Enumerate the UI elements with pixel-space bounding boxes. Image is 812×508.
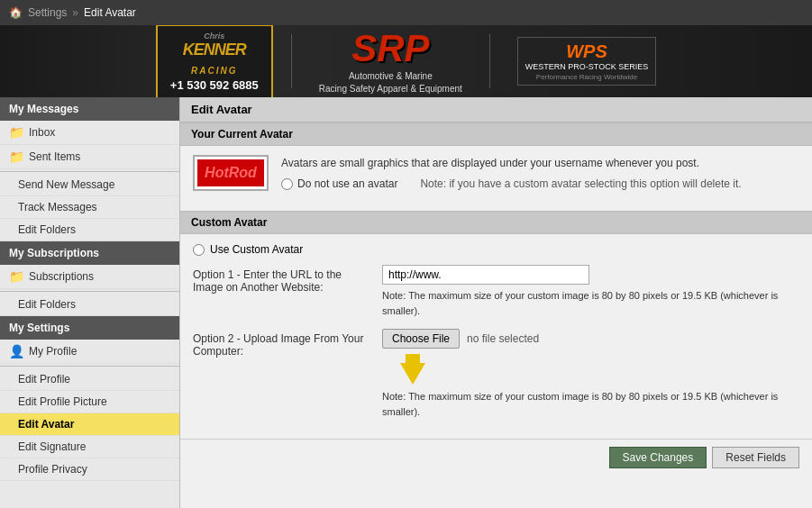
sidebar-item-edit-folders-messages[interactable]: Edit Folders [0, 219, 179, 241]
banner-kenner: Chris KENNERRACING +1 530 592 6885 [156, 25, 273, 97]
sidebar: My Messages 📁 Inbox 📁 Sent Items Send Ne… [0, 97, 180, 508]
main-layout: My Messages 📁 Inbox 📁 Sent Items Send Ne… [0, 97, 812, 508]
no-avatar-option[interactable]: Do not use an avatar Note: if you have a… [281, 176, 742, 193]
option1-label: Option 1 - Enter the URL to the Image on… [193, 265, 373, 294]
sidebar-item-label: Edit Signature [18, 440, 86, 453]
option2-label: Option 2 - Upload Image From Your Comput… [193, 329, 373, 358]
user-icon: 👤 [9, 344, 24, 358]
sidebar-item-send-message[interactable]: Send New Message [0, 174, 179, 196]
use-custom-radio-row[interactable]: Use Custom Avatar [193, 243, 799, 256]
wps-sub: WESTERN PRO-STOCK SERIES [525, 62, 648, 71]
sidebar-item-label: Inbox [29, 126, 55, 139]
sidebar-item-label: Track Messages [18, 201, 97, 213]
content-header: Edit Avatar [180, 97, 812, 122]
home-icon[interactable]: 🏠 [9, 6, 23, 19]
avatar-preview-image: HotRod [197, 159, 264, 186]
sidebar-item-my-profile[interactable]: 👤 My Profile [0, 340, 179, 364]
banner: Chris KENNERRACING +1 530 592 6885 SRP A… [0, 25, 812, 97]
kenner-racing-text: KENNERRACING [167, 41, 262, 78]
sidebar-divider [0, 291, 179, 292]
banner-srp: SRP Automotive & Marine Racing Safety Ap… [319, 27, 462, 95]
sidebar-item-edit-profile-picture[interactable]: Edit Profile Picture [0, 391, 179, 413]
sidebar-item-label: My Profile [29, 345, 77, 358]
no-avatar-radio[interactable] [281, 178, 293, 190]
section-custom-avatar: Custom Avatar [180, 211, 812, 234]
sidebar-item-edit-folders-subs[interactable]: Edit Folders [0, 294, 179, 316]
avatar-preview: HotRod [193, 155, 269, 191]
content-area: Edit Avatar Your Current Avatar HotRod A… [180, 97, 812, 508]
sidebar-item-sent[interactable]: 📁 Sent Items [0, 145, 179, 169]
arrow-container [400, 354, 799, 385]
folder-icon: 📁 [9, 150, 24, 164]
srp-logo: SRP [319, 27, 462, 70]
reset-fields-button[interactable]: Reset Fields [712, 447, 799, 468]
url-input[interactable] [382, 265, 589, 285]
no-avatar-note: Note: if you have a custom avatar select… [420, 176, 741, 193]
arrow-indicator [400, 354, 425, 385]
sidebar-item-subscriptions[interactable]: 📁 Subscriptions [0, 265, 179, 289]
sidebar-item-edit-signature[interactable]: Edit Signature [0, 436, 179, 458]
folder-icon: 📁 [9, 269, 24, 284]
option2-row: Option 2 - Upload Image From Your Comput… [193, 329, 799, 419]
option1-note: Note: The maximum size of your custom im… [382, 288, 799, 318]
current-avatar-body: HotRod Avatars are small graphics that a… [180, 146, 812, 211]
option1-row: Option 1 - Enter the URL to the Image on… [193, 265, 799, 318]
breadcrumb-separator: » [72, 6, 78, 19]
content-footer: Save Changes Reset Fields [180, 439, 812, 476]
option2-note: Note: The maximum size of your custom im… [382, 389, 799, 419]
sidebar-item-edit-avatar[interactable]: Edit Avatar [0, 413, 179, 436]
srp-sub: Automotive & Marine Racing Safety Appare… [319, 70, 462, 95]
sidebar-item-label: Edit Profile [18, 373, 70, 386]
avatar-section: HotRod Avatars are small graphics that a… [193, 155, 799, 193]
custom-avatar-section: Use Custom Avatar Option 1 - Enter the U… [180, 234, 812, 439]
top-nav: 🏠 Settings » Edit Avatar [0, 0, 812, 25]
use-custom-radio[interactable] [193, 244, 205, 256]
current-page-breadcrumb: Edit Avatar [84, 6, 136, 19]
sidebar-item-label: Edit Profile Picture [18, 395, 107, 408]
sidebar-divider [0, 171, 179, 172]
option2-input-area: Choose File no file selected Note: The m… [382, 329, 799, 419]
sidebar-item-label: Edit Folders [18, 298, 76, 311]
sidebar-item-label: Edit Folders [18, 223, 76, 236]
sidebar-header-messages: My Messages [0, 97, 179, 121]
sidebar-item-edit-profile[interactable]: Edit Profile [0, 368, 179, 391]
wps-tagline: Performance Racing Worldwide [525, 73, 648, 81]
wps-logo: WPS [525, 41, 648, 62]
section-current-avatar: Your Current Avatar [180, 122, 812, 146]
sidebar-item-label: Edit Avatar [18, 418, 74, 431]
sidebar-item-label: Subscriptions [29, 270, 94, 283]
sidebar-header-subscriptions: My Subscriptions [0, 241, 179, 265]
no-file-selected-text: no file selected [467, 332, 539, 345]
folder-icon: 📁 [9, 125, 24, 140]
sidebar-item-profile-privacy[interactable]: Profile Privacy [0, 458, 179, 481]
sidebar-item-label: Sent Items [29, 150, 80, 163]
settings-breadcrumb[interactable]: Settings [28, 6, 67, 19]
sidebar-item-label: Send New Message [18, 178, 114, 191]
sidebar-item-label: Profile Privacy [18, 463, 87, 476]
no-avatar-label: Do not use an avatar [297, 176, 397, 193]
option1-input-area: Note: The maximum size of your custom im… [382, 265, 799, 318]
sidebar-header-settings: My Settings [0, 316, 179, 340]
banner-wps: WPS WESTERN PRO-STOCK SERIES Performance… [517, 37, 656, 86]
sidebar-item-track-messages[interactable]: Track Messages [0, 196, 179, 219]
save-changes-button[interactable]: Save Changes [609, 447, 707, 468]
choose-file-button[interactable]: Choose File [382, 329, 460, 349]
sidebar-item-inbox[interactable]: 📁 Inbox [0, 121, 179, 145]
use-custom-label: Use Custom Avatar [210, 243, 303, 256]
sidebar-divider [0, 366, 179, 367]
avatar-description: Avatars are small graphics that are disp… [281, 155, 742, 193]
file-upload-row: Choose File no file selected [382, 329, 799, 349]
kenner-phone: +1 530 592 6885 [167, 78, 262, 92]
